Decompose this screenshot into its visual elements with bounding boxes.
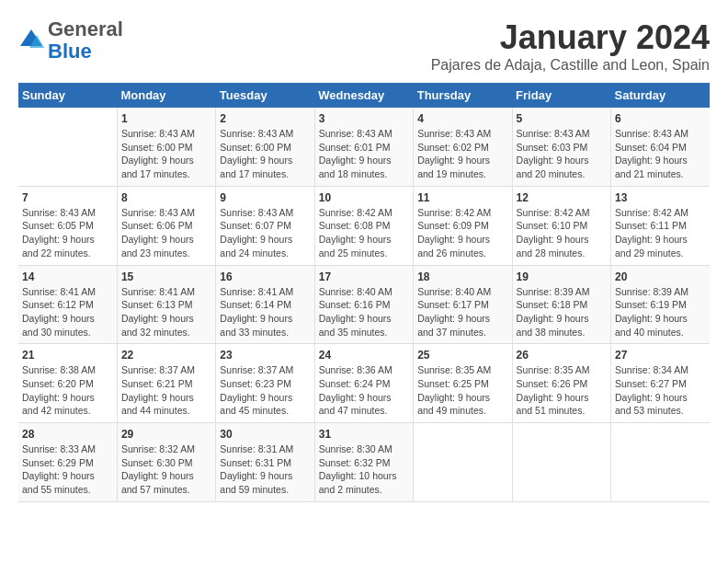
- day-number: 10: [319, 191, 409, 204]
- calendar-cell: 17Sunrise: 8:40 AM Sunset: 6:16 PM Dayli…: [314, 265, 413, 344]
- logo-general: General: [48, 17, 123, 40]
- day-number: 16: [220, 270, 310, 283]
- day-info: Sunrise: 8:41 AM Sunset: 6:14 PM Dayligh…: [220, 285, 310, 339]
- day-number: 24: [319, 349, 409, 362]
- calendar-cell: 9Sunrise: 8:43 AM Sunset: 6:07 PM Daylig…: [216, 186, 314, 265]
- location: Pajares de Adaja, Castille and Leon, Spa…: [431, 57, 710, 74]
- calendar-cell: 7Sunrise: 8:43 AM Sunset: 6:05 PM Daylig…: [18, 186, 117, 265]
- calendar-cell: 12Sunrise: 8:42 AM Sunset: 6:10 PM Dayli…: [512, 186, 610, 265]
- week-row-1: 1Sunrise: 8:43 AM Sunset: 6:00 PM Daylig…: [18, 108, 710, 186]
- day-header-wednesday: Wednesday: [314, 83, 413, 108]
- day-header-monday: Monday: [117, 83, 215, 108]
- day-header-sunday: Sunday: [18, 83, 117, 108]
- day-info: Sunrise: 8:42 AM Sunset: 6:08 PM Dayligh…: [319, 206, 409, 260]
- day-info: Sunrise: 8:43 AM Sunset: 6:01 PM Dayligh…: [319, 127, 409, 181]
- calendar-cell: [18, 108, 117, 186]
- day-number: 21: [22, 349, 113, 362]
- day-info: Sunrise: 8:30 AM Sunset: 6:32 PM Dayligh…: [319, 442, 409, 497]
- week-row-3: 14Sunrise: 8:41 AM Sunset: 6:12 PM Dayli…: [18, 265, 710, 344]
- week-row-2: 7Sunrise: 8:43 AM Sunset: 6:05 PM Daylig…: [18, 186, 710, 265]
- day-info: Sunrise: 8:43 AM Sunset: 6:06 PM Dayligh…: [121, 206, 211, 260]
- day-info: Sunrise: 8:43 AM Sunset: 6:02 PM Dayligh…: [417, 127, 507, 181]
- calendar-cell: 22Sunrise: 8:37 AM Sunset: 6:21 PM Dayli…: [117, 344, 215, 423]
- day-number: 8: [121, 191, 211, 204]
- calendar-cell: 26Sunrise: 8:35 AM Sunset: 6:26 PM Dayli…: [512, 344, 610, 423]
- day-info: Sunrise: 8:39 AM Sunset: 6:19 PM Dayligh…: [615, 285, 706, 339]
- day-info: Sunrise: 8:31 AM Sunset: 6:31 PM Dayligh…: [220, 442, 310, 497]
- calendar-cell: 15Sunrise: 8:41 AM Sunset: 6:13 PM Dayli…: [117, 265, 215, 344]
- day-number: 4: [417, 112, 507, 125]
- day-number: 25: [417, 349, 507, 362]
- calendar-cell: [611, 423, 710, 502]
- calendar-cell: 24Sunrise: 8:36 AM Sunset: 6:24 PM Dayli…: [314, 344, 413, 423]
- calendar-cell: 5Sunrise: 8:43 AM Sunset: 6:03 PM Daylig…: [512, 108, 610, 186]
- day-number: 13: [615, 191, 706, 204]
- calendar-cell: 10Sunrise: 8:42 AM Sunset: 6:08 PM Dayli…: [314, 186, 413, 265]
- day-info: Sunrise: 8:42 AM Sunset: 6:09 PM Dayligh…: [417, 206, 507, 260]
- day-header-tuesday: Tuesday: [216, 83, 314, 108]
- calendar-cell: 3Sunrise: 8:43 AM Sunset: 6:01 PM Daylig…: [314, 108, 413, 186]
- page-header: General Blue January 2024 Pajares de Ada…: [18, 18, 710, 74]
- days-header-row: SundayMondayTuesdayWednesdayThursdayFrid…: [18, 83, 710, 108]
- calendar-cell: 30Sunrise: 8:31 AM Sunset: 6:31 PM Dayli…: [216, 423, 314, 502]
- calendar-cell: 31Sunrise: 8:30 AM Sunset: 6:32 PM Dayli…: [314, 423, 413, 502]
- day-info: Sunrise: 8:40 AM Sunset: 6:17 PM Dayligh…: [417, 285, 507, 339]
- logo-icon: [18, 28, 44, 53]
- day-number: 5: [517, 112, 607, 125]
- logo-text: General Blue: [48, 18, 123, 63]
- day-info: Sunrise: 8:39 AM Sunset: 6:18 PM Dayligh…: [517, 285, 607, 339]
- day-info: Sunrise: 8:37 AM Sunset: 6:21 PM Dayligh…: [121, 363, 211, 418]
- day-info: Sunrise: 8:34 AM Sunset: 6:27 PM Dayligh…: [615, 363, 706, 418]
- day-number: 27: [615, 349, 706, 362]
- calendar-cell: 20Sunrise: 8:39 AM Sunset: 6:19 PM Dayli…: [611, 265, 710, 344]
- day-number: 11: [417, 191, 507, 204]
- calendar-cell: 19Sunrise: 8:39 AM Sunset: 6:18 PM Dayli…: [512, 265, 610, 344]
- day-info: Sunrise: 8:41 AM Sunset: 6:13 PM Dayligh…: [121, 285, 211, 339]
- calendar-cell: 2Sunrise: 8:43 AM Sunset: 6:00 PM Daylig…: [216, 108, 314, 186]
- day-info: Sunrise: 8:35 AM Sunset: 6:26 PM Dayligh…: [517, 363, 607, 418]
- calendar-cell: 11Sunrise: 8:42 AM Sunset: 6:09 PM Dayli…: [414, 186, 512, 265]
- logo-blue: Blue: [48, 40, 92, 63]
- day-number: 2: [220, 112, 310, 125]
- day-info: Sunrise: 8:43 AM Sunset: 6:03 PM Dayligh…: [517, 127, 607, 181]
- day-info: Sunrise: 8:42 AM Sunset: 6:10 PM Dayligh…: [517, 206, 607, 260]
- day-number: 14: [22, 270, 113, 283]
- day-info: Sunrise: 8:43 AM Sunset: 6:05 PM Dayligh…: [22, 206, 113, 260]
- calendar-cell: 8Sunrise: 8:43 AM Sunset: 6:06 PM Daylig…: [117, 186, 215, 265]
- calendar-cell: 16Sunrise: 8:41 AM Sunset: 6:14 PM Dayli…: [216, 265, 314, 344]
- day-number: 12: [517, 191, 607, 204]
- day-info: Sunrise: 8:41 AM Sunset: 6:12 PM Dayligh…: [22, 285, 113, 339]
- calendar-cell: 13Sunrise: 8:42 AM Sunset: 6:11 PM Dayli…: [611, 186, 710, 265]
- calendar-cell: 21Sunrise: 8:38 AM Sunset: 6:20 PM Dayli…: [18, 344, 117, 423]
- calendar-cell: 28Sunrise: 8:33 AM Sunset: 6:29 PM Dayli…: [18, 423, 117, 502]
- calendar-cell: 25Sunrise: 8:35 AM Sunset: 6:25 PM Dayli…: [414, 344, 512, 423]
- day-number: 17: [319, 270, 409, 283]
- calendar-table: SundayMondayTuesdayWednesdayThursdayFrid…: [18, 83, 710, 502]
- day-info: Sunrise: 8:42 AM Sunset: 6:11 PM Dayligh…: [615, 206, 706, 260]
- day-number: 9: [220, 191, 310, 204]
- day-number: 1: [121, 112, 211, 125]
- day-header-saturday: Saturday: [611, 83, 710, 108]
- day-number: 22: [121, 349, 211, 362]
- day-number: 30: [220, 428, 310, 441]
- day-info: Sunrise: 8:43 AM Sunset: 6:00 PM Dayligh…: [220, 127, 310, 181]
- calendar-cell: 18Sunrise: 8:40 AM Sunset: 6:17 PM Dayli…: [414, 265, 512, 344]
- calendar-cell: 4Sunrise: 8:43 AM Sunset: 6:02 PM Daylig…: [414, 108, 512, 186]
- day-number: 20: [615, 270, 706, 283]
- day-number: 31: [319, 428, 409, 441]
- day-number: 19: [517, 270, 607, 283]
- calendar-cell: 1Sunrise: 8:43 AM Sunset: 6:00 PM Daylig…: [117, 108, 215, 186]
- calendar-cell: 14Sunrise: 8:41 AM Sunset: 6:12 PM Dayli…: [18, 265, 117, 344]
- day-number: 6: [615, 112, 706, 125]
- day-number: 18: [417, 270, 507, 283]
- calendar-cell: [414, 423, 512, 502]
- day-header-thursday: Thursday: [414, 83, 512, 108]
- logo: General Blue: [18, 18, 123, 63]
- day-info: Sunrise: 8:43 AM Sunset: 6:00 PM Dayligh…: [121, 127, 211, 181]
- day-info: Sunrise: 8:43 AM Sunset: 6:07 PM Dayligh…: [220, 206, 310, 260]
- week-row-5: 28Sunrise: 8:33 AM Sunset: 6:29 PM Dayli…: [18, 423, 710, 502]
- day-number: 23: [220, 349, 310, 362]
- calendar-cell: 6Sunrise: 8:43 AM Sunset: 6:04 PM Daylig…: [611, 108, 710, 186]
- day-info: Sunrise: 8:38 AM Sunset: 6:20 PM Dayligh…: [22, 363, 113, 418]
- day-info: Sunrise: 8:35 AM Sunset: 6:25 PM Dayligh…: [417, 363, 507, 418]
